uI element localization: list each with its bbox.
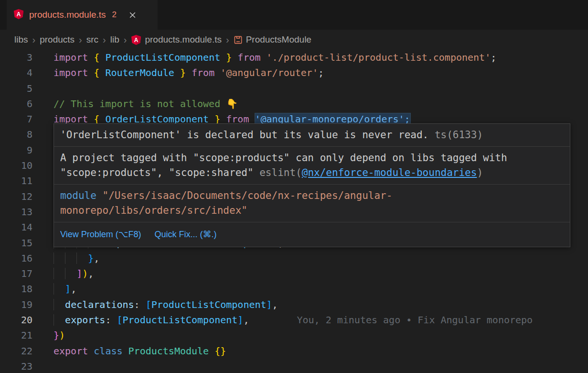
- breadcrumb-item-products[interactable]: products: [40, 34, 75, 45]
- diagnostic-ts-message: 'OrderListComponent' is declared but its…: [54, 124, 570, 146]
- code-text: import { RouterModule } from '@angular/r…: [53, 65, 324, 80]
- code-token: [220, 52, 226, 63]
- code-token: class: [94, 345, 122, 357]
- code-token: [186, 67, 192, 78]
- line-number: 12: [0, 189, 32, 204]
- code-token: './product-list/product-list.component': [267, 52, 491, 63]
- code-token: ]: [76, 268, 82, 279]
- code-line-20[interactable]: 20 exports: [ProductListComponent],You, …: [0, 312, 588, 328]
- breadcrumb-item-libs[interactable]: libs: [14, 34, 28, 45]
- code-line-16[interactable]: 16 },: [0, 251, 588, 266]
- code-line-22[interactable]: 22export class ProductsModule {}: [0, 343, 588, 359]
- breadcrumb-item-src[interactable]: src: [86, 34, 98, 45]
- code-token: :: [105, 314, 117, 326]
- diagnostic-source-suffix: ): [477, 167, 483, 178]
- line-number: 21: [0, 328, 32, 343]
- code-token: ]: [65, 283, 71, 295]
- code-text: ]),: [53, 266, 94, 281]
- code-token: ,: [71, 283, 76, 295]
- close-icon[interactable]: [128, 11, 137, 19]
- code-line-18[interactable]: 18 ],: [0, 281, 588, 296]
- code-token: ): [82, 268, 88, 279]
- line-number: 16: [0, 251, 32, 266]
- tab-title: products.module.ts: [29, 10, 106, 20]
- breadcrumb-label: ProductsModule: [246, 34, 311, 45]
- line-number: 15: [0, 235, 32, 251]
- code-token: from: [192, 67, 214, 78]
- code-text: ],: [53, 281, 76, 296]
- breadcrumb-separator: ›: [79, 34, 82, 45]
- indent-guide: [65, 268, 76, 279]
- code-line-23[interactable]: 23: [0, 359, 588, 373]
- module-definition: module "/Users/isaac/Documents/code/nx-r…: [54, 184, 570, 222]
- code-token: export: [53, 345, 88, 357]
- diagnostic-eslint-message: A project tagged with "scope:products" c…: [54, 146, 570, 184]
- code-token: [209, 345, 214, 357]
- code-token: // This import is not allowed: [53, 98, 226, 110]
- angular-icon: A: [13, 9, 24, 21]
- code-token: ;: [318, 67, 324, 78]
- code-text: export class ProductsModule {}: [53, 343, 226, 359]
- svg-text:A: A: [134, 37, 139, 44]
- code-token: ProductListComponent: [123, 314, 238, 326]
- line-number: 3: [0, 50, 32, 65]
- code-token: [: [146, 299, 151, 310]
- code-token: {: [94, 67, 99, 78]
- code-text: import { ProductListComponent } from './…: [53, 50, 496, 65]
- code-token: '@angular/router': [220, 67, 318, 78]
- code-token: [174, 67, 180, 78]
- code-line-5[interactable]: 5: [0, 81, 588, 96]
- code-token: [232, 52, 237, 63]
- hover-actions: View Problem (⌥F8) Quick Fix... (⌘.): [54, 222, 570, 247]
- tab-products-module-ts[interactable]: A products.module.ts 2: [7, 0, 158, 30]
- code-line-21[interactable]: 21}): [0, 328, 588, 343]
- code-token: ]: [267, 299, 272, 310]
- code-line-6[interactable]: 6// This import is not allowed 👇: [0, 96, 588, 111]
- diagnostic-text: 'OrderListComponent' is declared but its…: [60, 129, 428, 141]
- code-token: }: [180, 67, 186, 78]
- breadcrumb-item-productsmodule[interactable]: ProductsModule: [234, 34, 311, 45]
- code-text: // This import is not allowed 👇: [53, 96, 238, 111]
- tab-problems-badge: 2: [112, 10, 117, 20]
- code-token: :: [134, 299, 146, 310]
- breadcrumb-item-products-module-ts[interactable]: A products.module.ts: [131, 34, 222, 45]
- line-number: 9: [0, 143, 32, 158]
- tab-bar: A products.module.ts 2: [0, 0, 588, 30]
- line-number: 14: [0, 219, 32, 235]
- code-token: ProductListComponent: [151, 299, 267, 310]
- breadcrumb-separator: ›: [32, 34, 36, 45]
- code-token: [123, 345, 128, 357]
- view-problem-action[interactable]: View Problem (⌥F8): [60, 227, 141, 242]
- code-token: import: [53, 67, 88, 78]
- svg-text:A: A: [17, 11, 21, 18]
- code-line-4[interactable]: 4import { RouterModule } from '@angular/…: [0, 65, 588, 80]
- line-number: 6: [0, 96, 32, 111]
- quick-fix-action[interactable]: Quick Fix... (⌘.): [154, 227, 216, 242]
- code-line-19[interactable]: 19 declarations: [ProductListComponent],: [0, 297, 588, 312]
- code-token: ProductListComponent: [105, 52, 220, 63]
- breadcrumb-label: products: [40, 34, 75, 45]
- code-token: }: [53, 329, 59, 341]
- line-number: 7: [0, 111, 32, 127]
- eslint-rule-link[interactable]: @nx/enforce-module-boundaries: [302, 167, 477, 178]
- code-token: {}: [214, 345, 226, 357]
- line-number: 17: [0, 266, 32, 281]
- breadcrumb: libs›products›src›lib› A products.module…: [0, 30, 588, 50]
- breadcrumb-label: products.module.ts: [145, 34, 222, 45]
- line-number: 5: [0, 81, 32, 96]
- code-token: ,: [243, 314, 249, 326]
- code-line-3[interactable]: 3import { ProductListComponent } from '.…: [0, 50, 588, 65]
- code-token: [99, 52, 105, 63]
- line-number: 8: [0, 127, 32, 142]
- code-text: }): [53, 328, 65, 343]
- code-text: },: [53, 251, 99, 266]
- code-text: exports: [ProductListComponent],You, 2 m…: [53, 312, 533, 328]
- code-token: declarations: [65, 299, 134, 310]
- diagnostic-source: ts(6133): [428, 129, 483, 141]
- breadcrumb-item-lib[interactable]: lib: [110, 34, 119, 45]
- code-line-17[interactable]: 17 ]),: [0, 266, 588, 281]
- indent-guide: [76, 252, 88, 264]
- editor[interactable]: 3import { ProductListComponent } from '.…: [0, 50, 588, 373]
- code-token: ,: [88, 268, 94, 279]
- line-number: 10: [0, 158, 32, 173]
